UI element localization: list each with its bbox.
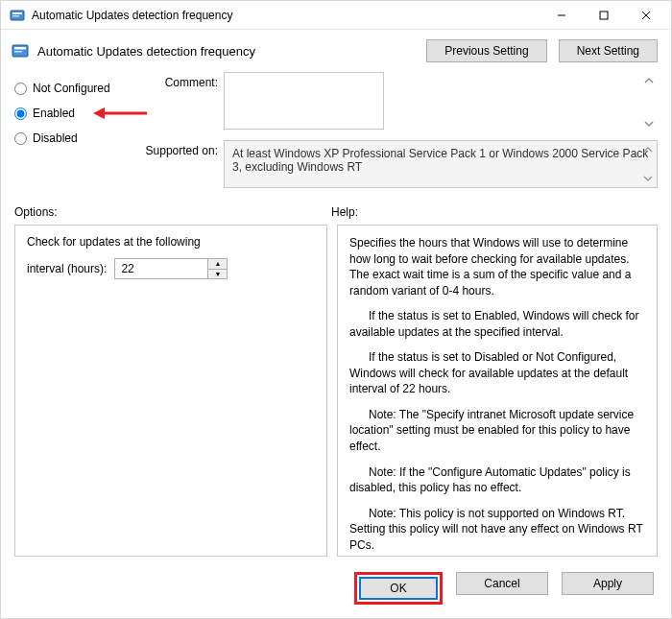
close-button[interactable] — [625, 2, 667, 29]
radio-disabled-label: Disabled — [33, 131, 78, 145]
svg-rect-4 — [600, 12, 608, 19]
radio-enabled-label: Enabled — [33, 107, 75, 120]
help-p2: If the status is set to Enabled, Windows… — [349, 308, 645, 340]
supported-on-label: Supported on: — [139, 140, 224, 188]
app-icon — [9, 7, 26, 24]
help-p5: Note: If the "Configure Automatic Update… — [349, 464, 645, 496]
policy-icon — [11, 41, 30, 60]
help-p6: Note: This policy is not supported on Wi… — [349, 506, 645, 554]
options-line1: Check for updates at the following — [27, 235, 315, 249]
footer-buttons: OK Cancel Apply — [1, 564, 671, 618]
window-title: Automatic Updates detection frequency — [32, 9, 540, 22]
chevron-down-icon — [642, 117, 656, 131]
svg-rect-9 — [14, 51, 22, 53]
interval-input[interactable] — [115, 259, 207, 278]
titlebar: Automatic Updates detection frequency — [1, 1, 671, 30]
interval-spinner[interactable]: ▲ ▼ — [114, 258, 228, 279]
radio-disabled-input[interactable] — [14, 132, 27, 145]
help-p4: Note: The "Specify intranet Microsoft up… — [349, 407, 645, 455]
svg-marker-11 — [93, 107, 105, 119]
svg-rect-2 — [12, 15, 19, 17]
svg-rect-8 — [14, 47, 26, 50]
help-p1: Specifies the hours that Windows will us… — [349, 235, 645, 298]
maximize-button[interactable] — [583, 2, 625, 29]
next-setting-button[interactable]: Next Setting — [559, 39, 658, 62]
svg-rect-1 — [12, 12, 22, 14]
ok-button[interactable]: OK — [359, 577, 438, 600]
options-section-label: Options: — [14, 205, 331, 219]
interval-label: interval (hours): — [27, 262, 107, 275]
chevron-down-icon — [641, 172, 655, 185]
cancel-button[interactable]: Cancel — [456, 572, 548, 595]
supported-on-box: At least Windows XP Professional Service… — [224, 140, 658, 188]
minimize-button[interactable] — [540, 2, 583, 29]
spinner-down-button[interactable]: ▼ — [208, 270, 227, 279]
radio-enabled-input[interactable] — [14, 107, 27, 120]
spinner-up-button[interactable]: ▲ — [208, 259, 227, 270]
radio-not-configured[interactable]: Not Configured — [14, 76, 139, 101]
state-radio-group: Not Configured Enabled Disabled — [14, 72, 139, 196]
options-pane: Check for updates at the following inter… — [14, 225, 327, 557]
annotation-highlight: OK — [354, 572, 443, 605]
comment-label: Comment: — [139, 72, 224, 132]
radio-not-configured-input[interactable] — [14, 83, 27, 95]
help-p3: If the status is set to Disabled or Not … — [349, 349, 645, 397]
apply-button[interactable]: Apply — [562, 572, 654, 595]
chevron-up-icon — [641, 143, 655, 156]
chevron-up-icon — [642, 74, 656, 87]
radio-enabled[interactable]: Enabled — [14, 101, 139, 126]
supported-on-text: At least Windows XP Professional Service… — [232, 147, 648, 174]
radio-not-configured-label: Not Configured — [33, 82, 110, 95]
annotation-arrow-icon — [93, 107, 147, 120]
help-pane: Specifies the hours that Windows will us… — [337, 225, 658, 557]
comment-input[interactable] — [224, 72, 384, 130]
help-section-label: Help: — [331, 205, 358, 219]
previous-setting-button[interactable]: Previous Setting — [426, 39, 546, 62]
policy-title: Automatic Updates detection frequency — [37, 44, 255, 59]
radio-disabled[interactable]: Disabled — [14, 126, 139, 151]
header-row: Automatic Updates detection frequency Pr… — [1, 30, 671, 68]
gpo-dialog-window: Automatic Updates detection frequency Au… — [0, 0, 672, 619]
